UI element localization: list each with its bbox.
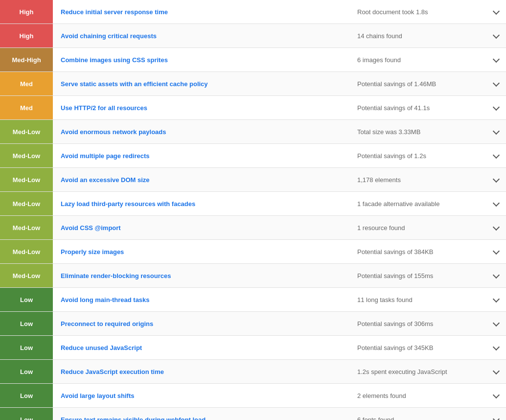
audit-detail: Potential savings of 306ms (349, 315, 486, 332)
audit-title[interactable]: Reduce initial server response time (53, 3, 349, 21)
audit-title[interactable]: Serve static assets with an efficient ca… (53, 75, 349, 93)
table-row: Med-LowLazy load third-party resources w… (0, 192, 506, 216)
audit-detail: 6 images found (349, 51, 486, 69)
audit-detail: 1 resource found (349, 219, 486, 236)
table-row: Med-LowEliminate render-blocking resourc… (0, 264, 506, 288)
chevron-down-icon (493, 295, 500, 302)
severity-badge: Med-Low (0, 192, 53, 215)
audit-title[interactable]: Use HTTP/2 for all resources (53, 99, 349, 117)
table-row: Med-LowAvoid multiple page redirectsPote… (0, 144, 506, 168)
expand-button[interactable] (486, 177, 506, 183)
expand-button[interactable] (486, 33, 506, 39)
audit-title[interactable]: Preconnect to required origins (53, 315, 349, 332)
chevron-down-icon (493, 175, 500, 182)
expand-button[interactable] (486, 297, 506, 303)
chevron-down-icon (493, 247, 500, 254)
audit-detail: Potential savings of 1.46MB (349, 75, 486, 93)
severity-badge: Med-Low (0, 144, 53, 167)
severity-badge: Low (0, 288, 53, 311)
audit-title[interactable]: Combine images using CSS sprites (53, 51, 349, 69)
audit-detail: Potential savings of 384KB (349, 243, 486, 260)
table-row: LowPreconnect to required originsPotenti… (0, 312, 506, 336)
audit-detail: 1.2s spent executing JavaScript (349, 363, 486, 380)
table-row: LowAvoid large layout shifts2 elements f… (0, 384, 506, 408)
severity-badge: Med-Low (0, 216, 53, 239)
expand-button[interactable] (486, 249, 506, 255)
audit-title[interactable]: Avoid enormous network payloads (53, 123, 349, 140)
audit-title[interactable]: Reduce JavaScript execution time (53, 363, 349, 380)
expand-button[interactable] (486, 417, 506, 420)
chevron-down-icon (493, 199, 500, 206)
severity-badge: Med-High (0, 48, 53, 71)
severity-badge: Med-Low (0, 264, 53, 287)
severity-badge: Med-Low (0, 168, 53, 191)
chevron-down-icon (493, 7, 500, 14)
chevron-down-icon (493, 31, 500, 38)
expand-button[interactable] (486, 81, 506, 87)
severity-badge: Med (0, 96, 53, 119)
audit-title[interactable]: Avoid chaining critical requests (53, 27, 349, 45)
table-row: LowReduce unused JavaScriptPotential sav… (0, 336, 506, 360)
chevron-down-icon (493, 391, 500, 398)
chevron-down-icon (493, 271, 500, 278)
audit-title[interactable]: Eliminate render-blocking resources (53, 267, 349, 284)
severity-badge: High (0, 24, 53, 47)
chevron-down-icon (493, 127, 500, 134)
table-row: Med-LowProperly size imagesPotential sav… (0, 240, 506, 264)
audit-title[interactable]: Ensure text remains visible during webfo… (53, 411, 349, 420)
audit-detail: 6 fonts found (349, 411, 486, 420)
table-row: Med-HighCombine images using CSS sprites… (0, 48, 506, 72)
table-row: LowEnsure text remains visible during we… (0, 408, 506, 420)
expand-button[interactable] (486, 57, 506, 63)
audit-title[interactable]: Avoid multiple page redirects (53, 147, 349, 164)
expand-button[interactable] (486, 321, 506, 327)
audit-detail: 14 chains found (349, 27, 486, 45)
audit-detail: Potential savings of 345KB (349, 339, 486, 356)
chevron-down-icon (493, 343, 500, 350)
expand-button[interactable] (486, 393, 506, 399)
table-row: LowAvoid long main-thread tasks11 long t… (0, 288, 506, 312)
severity-badge: Med-Low (0, 120, 53, 143)
expand-button[interactable] (486, 9, 506, 15)
expand-button[interactable] (486, 129, 506, 135)
chevron-down-icon (493, 367, 500, 374)
chevron-down-icon (493, 151, 500, 158)
severity-badge: Low (0, 408, 53, 420)
expand-button[interactable] (486, 273, 506, 279)
expand-button[interactable] (486, 369, 506, 375)
audit-detail: Potential savings of 1.2s (349, 147, 486, 164)
expand-button[interactable] (486, 105, 506, 111)
audit-title[interactable]: Reduce unused JavaScript (53, 339, 349, 356)
audit-detail: Root document took 1.8s (349, 3, 486, 21)
table-row: MedUse HTTP/2 for all resourcesPotential… (0, 96, 506, 120)
severity-badge: Low (0, 336, 53, 359)
severity-badge: Low (0, 312, 53, 335)
table-row: LowReduce JavaScript execution time1.2s … (0, 360, 506, 384)
severity-badge: Med-Low (0, 240, 53, 263)
chevron-down-icon (493, 319, 500, 326)
chevron-down-icon (493, 223, 500, 230)
audit-title[interactable]: Avoid large layout shifts (53, 387, 349, 404)
audit-list: HighReduce initial server response timeR… (0, 0, 506, 420)
table-row: MedServe static assets with an efficient… (0, 72, 506, 96)
audit-title[interactable]: Avoid CSS @import (53, 219, 349, 236)
audit-title[interactable]: Properly size images (53, 243, 349, 260)
table-row: HighAvoid chaining critical requests14 c… (0, 24, 506, 48)
severity-badge: High (0, 0, 53, 23)
expand-button[interactable] (486, 225, 506, 231)
expand-button[interactable] (486, 201, 506, 207)
severity-badge: Low (0, 384, 53, 407)
table-row: Med-LowAvoid CSS @import1 resource found (0, 216, 506, 240)
expand-button[interactable] (486, 345, 506, 351)
expand-button[interactable] (486, 153, 506, 159)
chevron-down-icon (493, 415, 500, 420)
audit-detail: 11 long tasks found (349, 291, 486, 308)
audit-title[interactable]: Lazy load third-party resources with fac… (53, 195, 349, 212)
audit-title[interactable]: Avoid long main-thread tasks (53, 291, 349, 308)
audit-title[interactable]: Avoid an excessive DOM size (53, 171, 349, 188)
table-row: Med-LowAvoid an excessive DOM size1,178 … (0, 168, 506, 192)
chevron-down-icon (493, 55, 500, 62)
chevron-down-icon (493, 79, 500, 86)
table-row: HighReduce initial server response timeR… (0, 0, 506, 24)
chevron-down-icon (493, 103, 500, 110)
